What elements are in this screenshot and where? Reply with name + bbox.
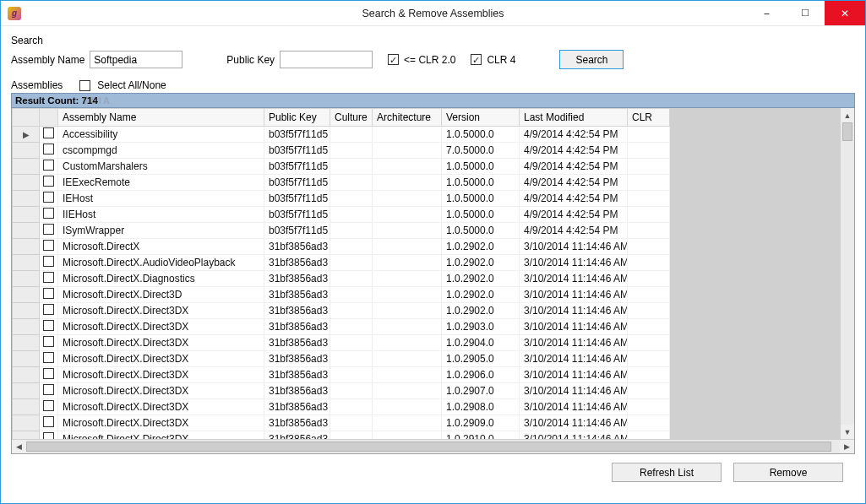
row-header[interactable]: [13, 255, 40, 271]
row-checkbox-cell[interactable]: [40, 127, 58, 143]
row-checkbox[interactable]: [43, 240, 54, 251]
row-header[interactable]: [13, 271, 40, 287]
row-checkbox[interactable]: [43, 432, 54, 439]
row-checkbox[interactable]: [43, 160, 54, 171]
row-checkbox[interactable]: [43, 144, 54, 154]
assembly-name-input[interactable]: [90, 51, 182, 68]
row-header[interactable]: [13, 175, 40, 191]
row-checkbox-cell[interactable]: [40, 175, 58, 191]
row-checkbox-cell[interactable]: [40, 399, 58, 415]
horizontal-scrollbar[interactable]: ◀ ▶: [12, 439, 854, 453]
scroll-right-arrow[interactable]: ▶: [840, 440, 854, 453]
titlebar[interactable]: g Search & Remove Assemblies ‒ ☐ ✕: [1, 1, 865, 26]
table-row[interactable]: ▶Accessibilityb03f5f7f11d51.0.5000.04/9/…: [13, 127, 670, 143]
row-checkbox[interactable]: [43, 208, 54, 219]
row-header[interactable]: [13, 191, 40, 207]
row-checkbox[interactable]: [43, 416, 54, 427]
col-architecture[interactable]: Architecture: [373, 109, 442, 127]
row-header[interactable]: [13, 431, 40, 440]
table-row[interactable]: Microsoft.DirectX.Diagnostics31bf3856ad3…: [13, 271, 670, 287]
col-clr[interactable]: CLR: [628, 109, 670, 127]
row-checkbox-cell[interactable]: [40, 431, 58, 440]
row-checkbox-cell[interactable]: [40, 287, 58, 303]
row-header[interactable]: [13, 383, 40, 399]
row-header[interactable]: [13, 415, 40, 431]
col-version[interactable]: Version: [442, 109, 520, 127]
row-checkbox-cell[interactable]: [40, 319, 58, 335]
col-last-modified[interactable]: Last Modified: [520, 109, 628, 127]
table-row[interactable]: Microsoft.DirectX.Direct3DX31bf3856ad31.…: [13, 351, 670, 367]
row-checkbox-cell[interactable]: [40, 383, 58, 399]
table-row[interactable]: IEHostb03f5f7f11d51.0.5000.04/9/2014 4:4…: [13, 191, 670, 207]
table-row[interactable]: Microsoft.DirectX.AudioVideoPlayback31bf…: [13, 255, 670, 271]
remove-button[interactable]: Remove: [733, 463, 843, 482]
row-checkbox[interactable]: [43, 384, 54, 395]
row-header[interactable]: ▶: [13, 127, 40, 143]
table-row[interactable]: Microsoft.DirectX.Direct3DX31bf3856ad31.…: [13, 367, 670, 383]
public-key-input[interactable]: [280, 51, 373, 68]
row-header[interactable]: [13, 399, 40, 415]
clr2-checkbox[interactable]: [388, 54, 399, 65]
row-checkbox-cell[interactable]: [40, 239, 58, 255]
table-row[interactable]: Microsoft.DirectX.Direct3D31bf3856ad31.0…: [13, 287, 670, 303]
search-button[interactable]: Search: [559, 50, 624, 69]
row-checkbox-cell[interactable]: [40, 223, 58, 239]
col-checkbox[interactable]: [40, 109, 58, 127]
row-checkbox[interactable]: [43, 336, 54, 347]
vertical-scroll-thumb[interactable]: [842, 122, 852, 141]
row-checkbox[interactable]: [43, 400, 54, 411]
row-header[interactable]: [13, 367, 40, 383]
table-row[interactable]: IEExecRemoteb03f5f7f11d51.0.5000.04/9/20…: [13, 175, 670, 191]
row-checkbox[interactable]: [43, 224, 54, 235]
refresh-list-button[interactable]: Refresh List: [612, 463, 722, 482]
row-header[interactable]: [13, 319, 40, 335]
table-row[interactable]: Microsoft.DirectX.Direct3DX31bf3856ad31.…: [13, 383, 670, 399]
row-checkbox[interactable]: [43, 368, 54, 379]
scroll-left-arrow[interactable]: ◀: [12, 440, 26, 453]
row-header[interactable]: [13, 223, 40, 239]
row-checkbox[interactable]: [43, 176, 54, 187]
col-public-key[interactable]: Public Key: [264, 109, 330, 127]
scroll-up-arrow[interactable]: ▲: [841, 108, 854, 122]
table-row[interactable]: Microsoft.DirectX.Direct3DX31bf3856ad31.…: [13, 303, 670, 319]
row-checkbox-cell[interactable]: [40, 207, 58, 223]
row-header[interactable]: [13, 239, 40, 255]
row-checkbox[interactable]: [43, 320, 54, 331]
row-checkbox-cell[interactable]: [40, 303, 58, 319]
row-checkbox[interactable]: [43, 256, 54, 267]
table-row[interactable]: ISymWrapperb03f5f7f11d51.0.5000.04/9/201…: [13, 223, 670, 239]
row-header[interactable]: [13, 351, 40, 367]
row-header[interactable]: [13, 207, 40, 223]
row-checkbox-cell[interactable]: [40, 143, 58, 159]
row-checkbox-cell[interactable]: [40, 191, 58, 207]
vertical-scrollbar[interactable]: ▲ ▼: [840, 108, 854, 439]
table-row[interactable]: Microsoft.DirectX.Direct3DX31bf3856ad31.…: [13, 335, 670, 351]
table-row[interactable]: Microsoft.DirectX.Direct3DX31bf3856ad31.…: [13, 399, 670, 415]
row-checkbox[interactable]: [43, 127, 54, 138]
clr4-checkbox[interactable]: [471, 54, 482, 65]
col-rowheader[interactable]: [13, 109, 40, 127]
scroll-down-arrow[interactable]: ▼: [841, 425, 854, 439]
table-row[interactable]: Microsoft.DirectX31bf3856ad31.0.2902.03/…: [13, 239, 670, 255]
row-checkbox-cell[interactable]: [40, 351, 58, 367]
row-checkbox[interactable]: [43, 288, 54, 299]
row-header[interactable]: [13, 159, 40, 175]
row-checkbox[interactable]: [43, 192, 54, 203]
row-header[interactable]: [13, 303, 40, 319]
table-row[interactable]: Microsoft.DirectX.Direct3DX31bf3856ad31.…: [13, 415, 670, 431]
row-checkbox[interactable]: [43, 272, 54, 283]
row-checkbox-cell[interactable]: [40, 415, 58, 431]
row-header[interactable]: [13, 287, 40, 303]
col-culture[interactable]: Culture: [330, 109, 373, 127]
horizontal-scroll-thumb[interactable]: [26, 442, 831, 452]
row-checkbox-cell[interactable]: [40, 335, 58, 351]
row-header[interactable]: [13, 143, 40, 159]
row-checkbox[interactable]: [43, 304, 54, 315]
col-assembly-name[interactable]: Assembly Name: [58, 109, 264, 127]
table-row[interactable]: Microsoft.DirectX.Direct3DX31bf3856ad31.…: [13, 431, 670, 440]
table-row[interactable]: Microsoft.DirectX.Direct3DX31bf3856ad31.…: [13, 319, 670, 335]
row-checkbox-cell[interactable]: [40, 255, 58, 271]
select-all-checkbox[interactable]: [79, 80, 90, 91]
table-row[interactable]: IIEHostb03f5f7f11d51.0.5000.04/9/2014 4:…: [13, 207, 670, 223]
row-checkbox-cell[interactable]: [40, 271, 58, 287]
